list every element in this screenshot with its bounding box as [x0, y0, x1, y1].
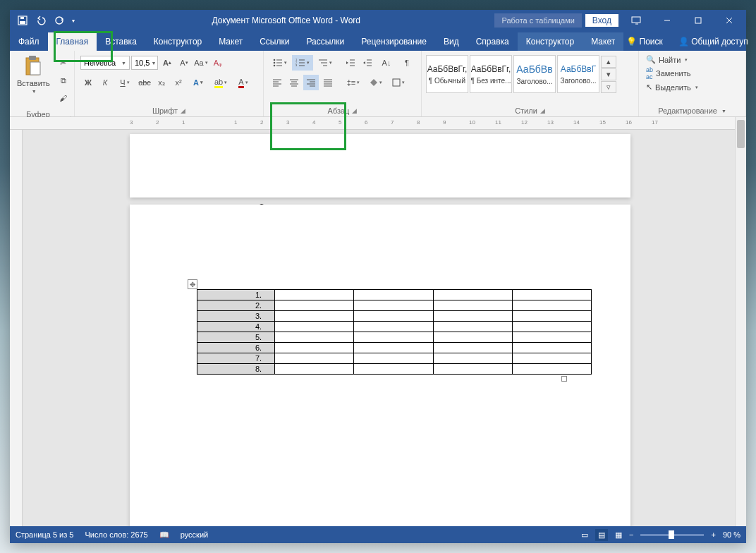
multilevel-list-button[interactable]: ▾ — [315, 55, 336, 71]
replace-button[interactable]: abacЗаменить — [646, 66, 698, 80]
table-cell[interactable] — [433, 332, 512, 343]
shrink-font-button[interactable]: A▾ — [176, 55, 192, 71]
table-cell[interactable] — [275, 290, 354, 300]
highlight-color-button[interactable]: ab▾ — [210, 75, 231, 90]
vertical-ruler[interactable] — [10, 130, 23, 526]
table-resize-handle[interactable] — [561, 376, 567, 382]
tab-mailings[interactable]: Рассылки — [298, 32, 353, 51]
table-row[interactable]: 1. — [197, 290, 592, 300]
row-number-cell[interactable]: 8. — [197, 364, 275, 375]
styles-scroll-down[interactable]: ▾ — [601, 68, 616, 80]
subscript-button[interactable]: x₂ — [154, 75, 169, 90]
table-cell[interactable] — [433, 290, 512, 300]
table-cell[interactable] — [354, 290, 433, 300]
tab-insert[interactable]: Вставка — [97, 32, 145, 51]
redo-button[interactable] — [51, 12, 68, 29]
row-number-cell[interactable]: 5. — [197, 332, 275, 343]
cut-button[interactable]: ✂ — [56, 55, 71, 71]
align-center-button[interactable] — [286, 75, 302, 90]
table-cell[interactable] — [433, 322, 512, 332]
row-number-cell[interactable]: 4. — [197, 322, 275, 332]
save-button[interactable] — [14, 12, 31, 29]
table-cell[interactable] — [275, 343, 354, 353]
document-table[interactable]: 1.2.3.4.5.6.7.8. — [197, 289, 592, 375]
table-row[interactable]: 2. — [197, 300, 592, 311]
tab-references[interactable]: Ссылки — [251, 32, 298, 51]
table-cell[interactable] — [512, 311, 591, 322]
align-left-button[interactable] — [269, 75, 285, 90]
zoom-level[interactable]: 90 % — [723, 530, 740, 539]
style-heading2[interactable]: АаБбВвГЗаголово... — [557, 55, 599, 93]
decrease-indent-button[interactable] — [343, 55, 358, 71]
table-cell[interactable] — [354, 311, 433, 322]
grow-font-button[interactable]: A▴ — [159, 55, 175, 71]
view-web-layout[interactable]: ▦ — [615, 530, 622, 540]
status-word-count[interactable]: Число слов: 2675 — [85, 530, 147, 539]
table-cell[interactable] — [275, 322, 354, 332]
table-cell[interactable] — [433, 353, 512, 364]
table-cell[interactable] — [354, 332, 433, 343]
table-cell[interactable] — [275, 300, 354, 311]
table-row[interactable]: 4. — [197, 322, 592, 332]
table-cell[interactable] — [512, 364, 591, 375]
scrollbar-thumb[interactable] — [737, 120, 745, 148]
view-print-layout[interactable]: ▤ — [595, 529, 608, 541]
table-move-handle[interactable]: ✥ — [188, 279, 197, 289]
share-button[interactable]: 👤 Общий доступ — [676, 32, 751, 51]
bold-button[interactable]: Ж — [80, 75, 96, 90]
table-row[interactable]: 6. — [197, 343, 592, 353]
sort-button[interactable]: A↓ — [377, 55, 398, 71]
minimize-button[interactable] — [653, 11, 681, 30]
tab-home[interactable]: Главная — [48, 32, 97, 51]
table-row[interactable]: 3. — [197, 311, 592, 322]
table-cell[interactable] — [354, 300, 433, 311]
format-painter-button[interactable]: 🖌 — [56, 90, 71, 106]
clear-formatting-button[interactable]: Aᵩ — [210, 55, 226, 71]
strikethrough-button[interactable]: abc — [137, 75, 152, 90]
row-number-cell[interactable]: 1. — [197, 290, 275, 300]
tab-layout[interactable]: Макет — [210, 32, 251, 51]
table-cell[interactable] — [433, 364, 512, 375]
align-right-button[interactable] — [303, 75, 319, 90]
underline-button[interactable]: Ч▾ — [114, 75, 135, 90]
styles-expand[interactable]: ▿ — [601, 81, 616, 93]
zoom-slider-thumb[interactable] — [669, 530, 674, 539]
tab-review[interactable]: Рецензирование — [353, 32, 435, 51]
justify-button[interactable] — [320, 75, 336, 90]
pages-viewport[interactable]: I ✥ 1.2.3.4.5.6.7.8. — [23, 130, 735, 526]
table-row[interactable]: 8. — [197, 364, 592, 375]
find-button[interactable]: 🔍Найти▾ — [646, 55, 698, 64]
status-language[interactable]: русский — [181, 530, 208, 539]
tab-table-design[interactable]: Конструктор — [518, 32, 583, 51]
tab-table-layout[interactable]: Макет — [583, 32, 623, 51]
styles-gallery[interactable]: АаБбВвГг,¶ Обычный АаБбВвГг,¶ Без инте..… — [425, 52, 618, 96]
zoom-in-button[interactable]: + — [711, 530, 715, 539]
styles-dialog-launcher[interactable]: ◢ — [540, 107, 545, 114]
view-read-mode[interactable]: ▭ — [581, 530, 588, 540]
tab-help[interactable]: Справка — [468, 32, 518, 51]
tab-view[interactable]: Вид — [435, 32, 468, 51]
font-color-button[interactable]: A▾ — [233, 75, 254, 90]
table-row[interactable]: 7. — [197, 353, 592, 364]
table-cell[interactable] — [354, 353, 433, 364]
table-cell[interactable] — [275, 311, 354, 322]
line-spacing-button[interactable]: ‡≡▾ — [343, 75, 364, 90]
table-cell[interactable] — [275, 364, 354, 375]
copy-button[interactable]: ⧉ — [56, 73, 71, 88]
page-5[interactable]: ✥ 1.2.3.4.5.6.7.8. — [130, 205, 630, 526]
font-dialog-launcher[interactable]: ◢ — [181, 107, 185, 114]
zoom-slider[interactable] — [640, 534, 704, 536]
vertical-scrollbar[interactable] — [735, 117, 746, 526]
sign-in-button[interactable]: Вход — [585, 13, 619, 28]
previous-page-bottom[interactable]: I — [130, 134, 630, 198]
paste-button[interactable]: Вставить ▼ — [13, 52, 54, 97]
superscript-button[interactable]: x² — [171, 75, 186, 90]
table-cell[interactable] — [275, 353, 354, 364]
table-cell[interactable] — [512, 332, 591, 343]
shading-button[interactable]: ▾ — [365, 75, 386, 90]
styles-scroll-up[interactable]: ▴ — [601, 56, 616, 68]
table-cell[interactable] — [512, 300, 591, 311]
table-cell[interactable] — [354, 322, 433, 332]
row-number-cell[interactable]: 2. — [197, 300, 275, 311]
bullets-button[interactable]: ▾ — [269, 55, 291, 71]
